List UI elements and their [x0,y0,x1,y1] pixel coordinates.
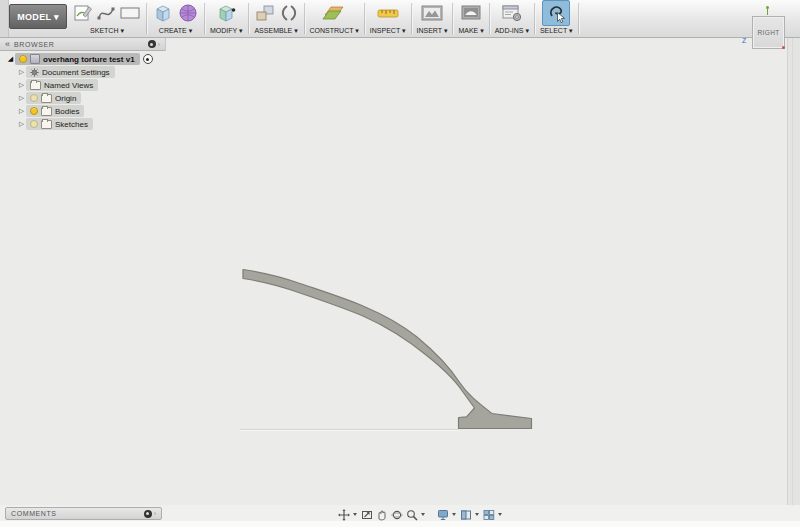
toolbar-group-addins: ADD-INS ▾ [490,0,534,37]
pan-icon[interactable] [337,508,350,521]
activate-component-radio[interactable] [143,54,153,64]
add-ins-icon[interactable] [501,3,523,23]
folder-icon [41,107,52,116]
tree-item-label[interactable]: Document Settings [42,68,110,77]
gear-icon [30,68,39,77]
toolbar-left-strip [0,0,9,37]
workspace-menu-button[interactable]: MODEL ▾ [9,4,67,29]
toolbar-group-insert: INSERT ▾ [412,0,453,37]
toolbar-group-modify-label[interactable]: MODIFY ▾ [210,26,243,35]
tree-item-label[interactable]: Bodies [55,107,79,116]
layout-grid-icon[interactable] [459,508,472,521]
browser-tree: ◢ overhang torture test v1 ▷ Document Se… [0,53,180,131]
toolbar-group-create-label[interactable]: CREATE ▾ [159,26,192,35]
tree-item-document-settings[interactable]: ▷ Document Settings [17,66,180,78]
toolbar-group-select-label[interactable]: SELECT ▾ [540,26,573,35]
layout-grid-dropdown-icon[interactable] [475,513,479,516]
press-pull-icon[interactable] [215,2,237,24]
folder-icon [41,94,52,103]
tree-item-label[interactable]: Sketches [55,120,88,129]
spline-icon[interactable] [96,3,116,23]
browser-panel-header[interactable]: « BROWSER › [0,38,166,51]
viewcube[interactable]: RIGHT [752,16,785,49]
insert-image-icon[interactable] [420,3,444,23]
construction-plane-icon[interactable] [322,2,346,24]
collapse-panel-icon[interactable]: « [5,40,10,48]
toolbar-group-assemble: ASSEMBLE ▾ [249,0,304,37]
root-component-label[interactable]: overhang torture test v1 [43,55,135,64]
navigation-bar [337,507,503,522]
right-edge-strip [787,38,800,505]
toolbar-group-create: CREATE ▾ [147,0,204,37]
tree-item-label[interactable]: Named Views [44,81,93,90]
component-icon [30,54,40,64]
browser-options-icon[interactable] [148,40,156,48]
expander-icon[interactable]: ▷ [17,81,26,89]
extrude-icon[interactable] [152,2,174,24]
viewcube-face-label[interactable]: RIGHT [757,29,779,36]
create-sketch-icon[interactable] [73,3,93,23]
tree-item-origin[interactable]: ▷ Origin [17,92,180,104]
display-settings-dropdown-icon[interactable] [452,513,456,516]
orbit-icon[interactable] [390,508,403,521]
fusion360-window: MODEL ▾ SKETCH ▾ [0,0,800,527]
tree-item-label[interactable]: Origin [55,94,76,103]
tree-root-component[interactable]: ◢ overhang torture test v1 [6,53,180,65]
expander-icon[interactable]: ▷ [17,68,26,76]
pan-dropdown-icon[interactable] [353,513,357,516]
comments-expand-icon[interactable]: › [154,510,156,517]
rectangle-icon[interactable] [119,3,141,23]
folder-icon [41,120,52,129]
toolbar-group-assemble-label[interactable]: ASSEMBLE ▾ [254,26,297,35]
hand-icon[interactable] [375,508,388,521]
toolbar-group-sketch-label[interactable]: SKETCH ▾ [90,26,124,35]
visibility-bulb-icon[interactable] [30,120,38,128]
form-icon[interactable] [177,2,199,24]
workspace-menu-label: MODEL ▾ [17,12,58,22]
expander-icon[interactable]: ▷ [17,107,26,115]
zoom-icon[interactable] [405,508,418,521]
viewcube-y-axis-line [767,9,768,15]
browser-title: BROWSER [14,41,148,48]
comments-bar[interactable]: COMMENTS › [5,507,162,520]
zoom-dropdown-icon[interactable] [421,513,425,516]
toolbar-group-inspect: INSPECT ▾ [365,0,411,37]
browser-resize-icon[interactable]: › [158,41,160,48]
expander-icon[interactable]: ▷ [17,120,26,128]
toolbar-group-construct: CONSTRUCT ▾ [305,0,364,37]
viewports-dropdown-icon[interactable] [498,513,502,516]
toolbar-group-make-label[interactable]: MAKE ▾ [458,26,483,35]
toolbar-group-insert-label[interactable]: INSERT ▾ [417,26,448,35]
toolbar-group-make: MAKE ▾ [453,0,488,37]
make-icon[interactable] [460,3,482,23]
look-at-icon[interactable] [360,508,373,521]
visibility-bulb-icon[interactable] [30,94,38,102]
measure-icon[interactable] [376,4,400,22]
comments-options-icon[interactable] [144,510,152,518]
toolbar-separator [578,3,579,34]
joint-icon[interactable] [279,2,299,24]
viewcube-x-axis-dot [782,46,785,49]
tree-item-named-views[interactable]: ▷ Named Views [17,79,180,91]
toolbar-group-addins-label[interactable]: ADD-INS ▾ [495,26,529,35]
expander-icon[interactable]: ▷ [17,94,26,102]
model-body[interactable] [243,270,532,429]
folder-icon [30,81,41,90]
toolbar-group-construct-label[interactable]: CONSTRUCT ▾ [310,26,359,35]
new-component-icon[interactable] [254,2,276,24]
toolbar-group-select: SELECT ▾ [535,0,578,37]
top-toolbar: MODEL ▾ SKETCH ▾ [0,0,800,38]
toolbar-group-inspect-label[interactable]: INSPECT ▾ [370,26,406,35]
comments-label: COMMENTS [11,510,144,517]
select-lasso-icon[interactable] [542,0,570,26]
expander-icon[interactable]: ◢ [6,55,15,63]
display-settings-icon[interactable] [436,508,449,521]
viewports-icon[interactable] [482,508,495,521]
viewcube-z-axis-label: Z [742,37,746,44]
tree-item-sketches[interactable]: ▷ Sketches [17,118,180,130]
tree-item-bodies[interactable]: ▷ Bodies [17,105,180,117]
visibility-bulb-icon[interactable] [19,55,27,63]
visibility-bulb-icon[interactable] [30,107,38,115]
toolbar-group-sketch: SKETCH ▾ [68,0,146,37]
toolbar-group-modify: MODIFY ▾ [205,0,248,37]
